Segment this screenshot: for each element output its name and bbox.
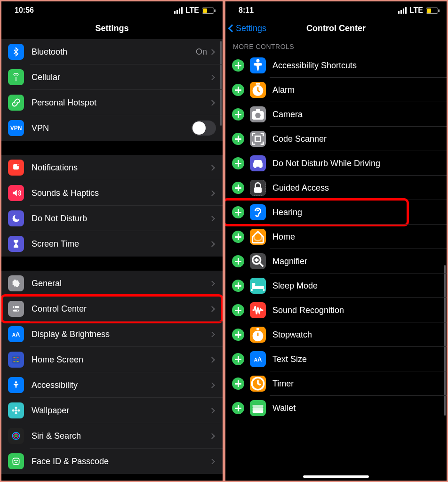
settings-row-cellular[interactable]: Cellular — [1, 64, 223, 90]
add-button[interactable] — [232, 402, 244, 414]
wallet-icon — [250, 400, 266, 416]
add-button[interactable] — [232, 157, 244, 169]
control-label: Hearing — [272, 208, 302, 217]
svg-point-1 — [17, 164, 19, 167]
alarm-icon — [250, 82, 266, 98]
control-label: Accessibility Shortcuts — [272, 61, 357, 71]
homescreen-icon — [8, 352, 24, 368]
dnd-icon — [8, 210, 24, 226]
back-label: Settings — [236, 24, 266, 33]
control-row-timer: Timer — [225, 371, 447, 396]
add-button[interactable] — [232, 182, 244, 194]
settings-row-screentime[interactable]: Screen Time — [1, 231, 223, 257]
settings-row-sounds[interactable]: Sounds & Haptics — [1, 180, 223, 206]
svg-point-17 — [15, 381, 17, 383]
page-title: Settings — [95, 24, 128, 33]
control-row-code-scanner: Code Scanner — [225, 127, 447, 151]
settings-row-faceid[interactable]: Face ID & Passcode — [1, 449, 223, 474]
add-button[interactable] — [232, 59, 244, 72]
control-label: Sleep Mode — [272, 281, 318, 291]
add-button[interactable] — [232, 353, 244, 365]
settings-row-bluetooth[interactable]: BluetoothOn — [1, 39, 223, 64]
chevron-right-icon — [209, 331, 215, 337]
control-label: Home — [272, 232, 295, 242]
bluetooth-icon — [8, 44, 24, 60]
control-center-screen: 8:11 LTE Settings Control Center MORE CO… — [225, 1, 447, 481]
add-button[interactable] — [232, 329, 244, 341]
back-button[interactable]: Settings — [229, 17, 266, 39]
svg-point-25 — [15, 435, 17, 437]
sleep-mode-icon — [250, 278, 266, 294]
control-row-camera: Camera — [225, 102, 447, 127]
chevron-right-icon — [209, 241, 215, 247]
settings-row-homescreen[interactable]: Home Screen — [1, 347, 223, 372]
control-label: Sound Recognition — [272, 305, 344, 315]
display-icon: AA — [8, 326, 24, 342]
row-label: Cellular — [32, 72, 210, 82]
svg-point-8 — [14, 357, 15, 359]
chevron-right-icon — [209, 100, 215, 106]
settings-row-accessibility[interactable]: Accessibility — [1, 372, 223, 398]
svg-rect-37 — [254, 187, 262, 193]
svg-point-19 — [15, 407, 17, 409]
row-label: Sounds & Haptics — [32, 188, 210, 198]
add-button[interactable] — [232, 304, 244, 316]
control-label: Code Scanner — [272, 134, 327, 144]
network-label: LTE — [185, 6, 199, 15]
chevron-right-icon — [209, 357, 215, 363]
svg-rect-46 — [253, 408, 264, 410]
control-row-hearing: Hearing — [225, 200, 447, 225]
control-label: Magnifier — [272, 257, 307, 266]
control-row-sound-recognition: Sound Recognition — [225, 298, 447, 322]
hearing-icon — [250, 204, 266, 220]
settings-row-siri[interactable]: Siri & Search — [1, 423, 223, 449]
add-button[interactable] — [232, 280, 244, 292]
control-row-dnd-driving: Do Not Disturb While Driving — [225, 151, 447, 176]
row-label: Personal Hotspot — [32, 98, 210, 108]
settings-row-notifications[interactable]: Notifications — [1, 155, 223, 180]
svg-point-5 — [14, 306, 15, 308]
svg-point-36 — [259, 165, 262, 168]
settings-row-dnd[interactable]: Do Not Disturb — [1, 206, 223, 231]
svg-rect-45 — [253, 405, 264, 408]
control-row-stopwatch: Stopwatch — [225, 322, 447, 347]
row-label: Face ID & Passcode — [32, 457, 210, 466]
svg-rect-26 — [13, 458, 19, 464]
control-row-accessibility-shortcuts: Accessibility Shortcuts — [225, 53, 447, 78]
settings-row-general[interactable]: General — [1, 271, 223, 296]
row-label: Do Not Disturb — [32, 214, 210, 224]
add-button[interactable] — [232, 231, 244, 243]
sound-recognition-icon — [250, 302, 266, 318]
add-button[interactable] — [232, 84, 244, 96]
chevron-right-icon — [209, 306, 215, 312]
row-label: Display & Brightness — [32, 329, 210, 339]
settings-row-display[interactable]: AADisplay & Brightness — [1, 321, 223, 347]
svg-point-16 — [17, 361, 19, 362]
add-button[interactable] — [232, 378, 244, 390]
settings-row-wallpaper[interactable]: Wallpaper — [1, 398, 223, 423]
add-button[interactable] — [232, 206, 244, 218]
row-label: General — [32, 279, 210, 289]
settings-list[interactable]: BluetoothOnCellularPersonal HotspotVPNVP… — [1, 39, 223, 476]
battery-icon — [426, 8, 438, 14]
add-button[interactable] — [232, 133, 244, 145]
settings-row-vpn[interactable]: VPNVPN — [1, 115, 223, 141]
settings-row-hotspot[interactable]: Personal Hotspot — [1, 90, 223, 115]
status-time: 10:56 — [15, 6, 34, 15]
status-right: LTE — [174, 6, 214, 15]
accessibility-shortcuts-icon — [250, 57, 266, 73]
siri-icon — [8, 428, 24, 444]
camera-icon — [250, 106, 266, 122]
controls-list[interactable]: MORE CONTROLS Accessibility ShortcutsAla… — [225, 39, 447, 476]
faceid-icon — [8, 453, 24, 469]
wallpaper-icon — [8, 402, 24, 418]
row-label: Control Center — [32, 304, 210, 314]
add-button[interactable] — [232, 108, 244, 120]
home-indicator[interactable] — [303, 475, 369, 478]
settings-row-controlcenter[interactable]: Control Center — [1, 296, 223, 321]
svg-rect-33 — [256, 109, 260, 112]
add-button[interactable] — [232, 255, 244, 267]
control-label: Text Size — [272, 354, 307, 364]
svg-point-12 — [16, 359, 17, 361]
vpn-toggle[interactable] — [192, 120, 216, 136]
